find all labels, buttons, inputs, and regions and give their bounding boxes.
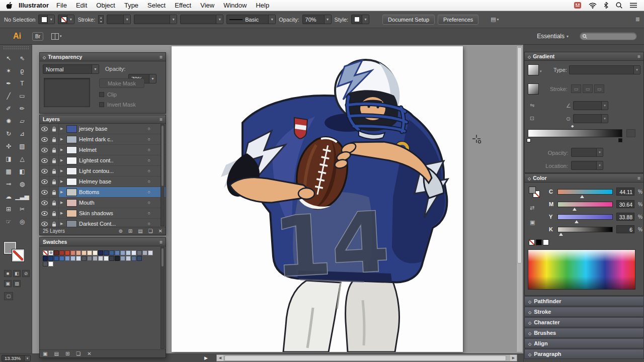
panel-menu-icon[interactable] — [637, 175, 640, 181]
swatch[interactable] — [54, 256, 59, 261]
lock-icon[interactable] — [49, 208, 59, 218]
clip-checkbox[interactable] — [99, 92, 104, 97]
collapse-icon[interactable] — [528, 175, 531, 181]
slider-thumb[interactable] — [573, 208, 577, 211]
gradient-annotator-icon[interactable]: ⊡ — [530, 115, 534, 122]
artboard-nav-next-icon[interactable]: ▶ — [204, 355, 208, 360]
swatch[interactable] — [98, 256, 103, 261]
layer-row[interactable]: Helmet — [40, 145, 166, 155]
swatch[interactable] — [98, 250, 103, 255]
swatch[interactable] — [126, 256, 131, 261]
target-circle-icon[interactable] — [148, 179, 150, 184]
gradient-tool[interactable]: ◧ — [16, 165, 29, 177]
expand-arrow-icon[interactable] — [60, 190, 64, 194]
swatch[interactable] — [76, 256, 81, 261]
lock-icon[interactable] — [49, 166, 59, 176]
swatch[interactable] — [82, 256, 87, 261]
channel-slider[interactable] — [557, 227, 613, 232]
visibility-icon[interactable] — [40, 124, 49, 134]
target-circle-icon[interactable] — [148, 126, 150, 131]
channel-value-field[interactable]: 44.11 — [616, 188, 634, 196]
gradient-opacity-field[interactable] — [571, 148, 603, 157]
channel-slider[interactable] — [557, 202, 613, 207]
lock-icon[interactable] — [49, 176, 59, 187]
swatch[interactable] — [70, 250, 75, 255]
panel-grip[interactable] — [3, 46, 29, 50]
gradient-stroke-swatch[interactable] — [528, 83, 539, 95]
control-extras[interactable]: ▤▾ — [491, 16, 499, 23]
fill-color-dropdown[interactable] — [38, 15, 55, 24]
document-setup-button[interactable]: Document Setup — [382, 15, 435, 25]
stroke-color-dropdown[interactable] — [58, 15, 74, 24]
menu-item[interactable]: Effect — [170, 2, 196, 9]
expand-arrow-icon[interactable] — [60, 148, 64, 152]
stroke-label[interactable]: Stroke: — [77, 17, 95, 23]
slider-thumb[interactable] — [580, 195, 584, 198]
collapsed-panel-header[interactable]: Pathfinder — [524, 296, 644, 306]
paintbrush-tool[interactable]: ✐ — [2, 102, 16, 115]
swatch[interactable] — [70, 256, 75, 261]
notification-center-icon[interactable] — [630, 3, 637, 8]
swatches-scrollbar[interactable] — [160, 247, 165, 349]
expand-arrow-icon[interactable] — [60, 201, 64, 205]
wifi-icon[interactable] — [589, 3, 597, 9]
target-circle-icon[interactable] — [148, 200, 150, 205]
fill-color-icon[interactable]: ■ — [4, 270, 12, 277]
gradient-stroke-within-icon[interactable]: ▭ — [571, 84, 581, 93]
zoom-level-dropdown[interactable]: 13.33% — [2, 355, 31, 361]
visibility-icon[interactable] — [40, 134, 49, 144]
layer-row[interactable]: Bottoms — [40, 187, 166, 198]
swatch[interactable] — [65, 250, 70, 255]
visibility-icon[interactable] — [40, 155, 49, 165]
swatch[interactable] — [93, 256, 98, 261]
gradient-icon[interactable]: ◧ — [13, 270, 21, 277]
swatch[interactable] — [109, 250, 114, 255]
panel-menu-icon[interactable] — [637, 53, 640, 59]
swatch[interactable] — [87, 250, 92, 255]
swatch[interactable] — [120, 250, 125, 255]
color-panel-header[interactable]: Color — [525, 174, 643, 183]
gradient-fill-swatch[interactable] — [528, 64, 539, 75]
rotate-tool[interactable]: ↻ — [2, 127, 16, 140]
swatch[interactable] — [65, 256, 70, 261]
swatch[interactable] — [137, 250, 142, 255]
visibility-icon[interactable] — [40, 166, 49, 176]
layers-scrollbar-thumb[interactable] — [162, 126, 164, 186]
layer-row[interactable]: Skin shadows — [40, 208, 166, 219]
menu-item[interactable]: Window — [219, 2, 251, 9]
delete-swatch-icon[interactable]: ✕ — [87, 351, 91, 356]
expand-arrow-icon[interactable] — [60, 222, 64, 226]
swatch[interactable] — [43, 256, 48, 261]
collapsed-panel-header[interactable]: Stroke — [524, 307, 644, 317]
menu-item[interactable]: Help — [251, 2, 274, 9]
expand-arrow-icon[interactable] — [60, 158, 64, 162]
white-swatch[interactable] — [543, 239, 549, 245]
visibility-icon[interactable] — [40, 187, 49, 197]
lock-icon[interactable] — [49, 124, 59, 134]
swatch[interactable] — [120, 256, 125, 261]
swatch[interactable] — [59, 256, 64, 261]
collapsed-panel-header[interactable]: Paragraph — [524, 349, 644, 359]
scroll-right-icon[interactable]: ▶ — [510, 355, 517, 361]
swatch[interactable] — [76, 250, 81, 255]
panel-menu-icon[interactable] — [159, 116, 163, 122]
lock-icon[interactable] — [49, 187, 59, 197]
fill-color-box[interactable] — [529, 187, 536, 194]
horizontal-scrollbar[interactable]: ◀ ▶ — [216, 354, 517, 361]
gradient-midpoint-icon[interactable]: ◆ — [571, 124, 574, 128]
menu-item[interactable]: View — [196, 2, 219, 9]
make-mask-button[interactable]: Make Mask — [99, 78, 144, 88]
arrange-documents-button[interactable]: ▾ — [51, 33, 62, 40]
swatch-kinds-icon[interactable]: ▤ — [54, 351, 58, 356]
swatch[interactable] — [43, 250, 48, 255]
line-segment-tool[interactable]: ╱ — [2, 89, 16, 102]
swatch[interactable] — [54, 250, 59, 255]
menu-item[interactable]: Object — [92, 2, 120, 9]
stroke-weight-dropdown[interactable] — [107, 15, 131, 24]
swatch[interactable] — [131, 256, 136, 261]
gradient-location-field[interactable] — [571, 161, 603, 170]
target-circle-icon[interactable] — [148, 190, 150, 195]
apple-menu-icon[interactable] — [6, 2, 13, 9]
magic-wand-tool[interactable]: ✶ — [2, 64, 16, 77]
layers-panel-header[interactable]: Layers — [40, 115, 166, 124]
